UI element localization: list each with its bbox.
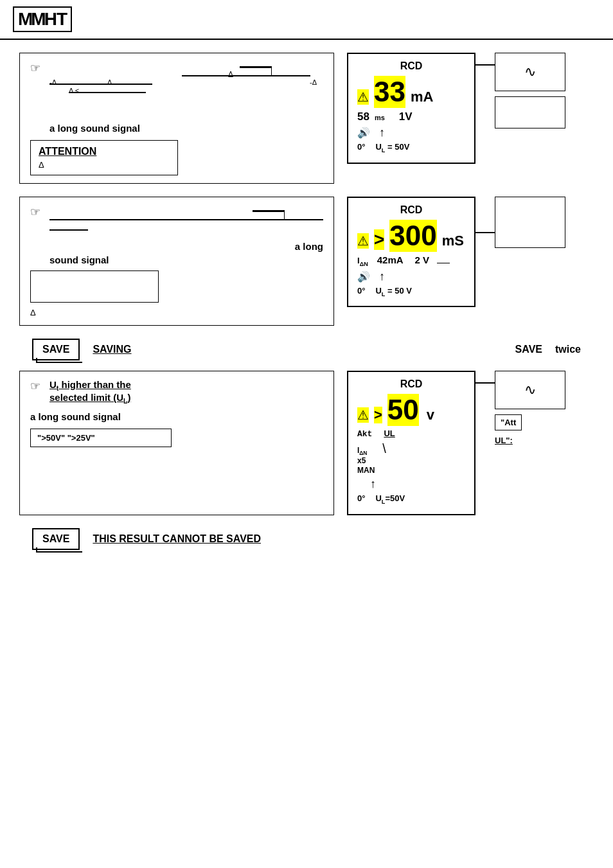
section1-angle: 0° — [357, 142, 365, 152]
section1-rcd-angle-row: 0° UL = 50V — [357, 142, 465, 154]
section1-top-row: ☞ Δ -Δ Δ — [30, 61, 323, 134]
twice-label: twice — [555, 344, 581, 355]
section2-right-boxes — [495, 197, 565, 248]
section3-right-boxes: ∿ "Att UL": — [495, 371, 565, 445]
section3-rcd-title: RCD — [357, 378, 465, 390]
section2-rcd-value: 300 — [389, 220, 436, 252]
delta-1d: Δ ≤ — [69, 87, 79, 94]
section1-rcd-group: RCD ⚠ 33 mA 58 ms 1V 🔊 — [347, 53, 565, 184]
section1-rcd-volt: 1V — [399, 111, 413, 123]
sig-diagram-2 — [49, 205, 323, 250]
section3-rcd-group: RCD ⚠ > 50 v Akt UL — [347, 371, 565, 515]
arrow-icon-1: ↑ — [379, 126, 385, 139]
section3-akt-row: Akt UL — [357, 429, 465, 439]
sig-lower-2 — [69, 92, 146, 93]
sig-horiz-1 — [182, 75, 310, 76]
ut-higher-text: Ut higher than the — [49, 379, 131, 392]
section2-ian-row: IΔN 42mA 2 V — [357, 254, 465, 267]
sig-vert-1 — [271, 66, 272, 75]
finger-icon-3: ☞ — [30, 379, 40, 393]
section1-rcd-value: 33 — [374, 76, 405, 108]
selected-limit-span: selected limit (UL) — [49, 392, 130, 403]
section2-speaker-row: 🔊 ↑ — [357, 270, 465, 283]
attention-label: ATTENTION — [39, 146, 170, 157]
section2-rcd-box: RCD ⚠ > 300 mS IΔN 42mA 2 V — [347, 197, 475, 307]
signal-area-2: a long sound signal — [49, 205, 323, 265]
section3-ian-row: IΔN x5 MAN \ — [357, 441, 465, 475]
section2-left-panel: ☞ a long — [19, 197, 334, 326]
section1-rcd-time-row: 58 ms 1V — [357, 111, 465, 123]
section1-rcd-speaker-row: 🔊 ↑ — [357, 126, 465, 139]
signal-text-3: a long sound signal — [30, 411, 323, 422]
section2-right-panel: RCD ⚠ > 300 mS IΔN 42mA 2 V — [347, 197, 591, 326]
section2-angle: 0° — [357, 286, 365, 296]
warning-triangle-1: ⚠ — [357, 89, 369, 105]
save-button-2[interactable]: SAVE — [32, 528, 80, 550]
section2-ian-label: IΔN — [357, 256, 368, 267]
section3-gt: > — [374, 407, 382, 423]
section1-rcd-box: RCD ⚠ 33 mA 58 ms 1V 🔊 — [347, 53, 475, 164]
connector-line-1 — [475, 64, 495, 66]
selected-limit-text: selected limit (UL) — [49, 392, 131, 405]
logo-text: MMHT — [18, 9, 67, 29]
section3-right-panel: RCD ⚠ > 50 v Akt UL — [347, 371, 591, 515]
empty-box-1 — [495, 96, 565, 128]
sig-lower-1 — [49, 84, 152, 85]
section-2: ☞ a long — [19, 197, 594, 326]
save-right-text: SAVE — [515, 344, 542, 355]
delta-2: Δ — [30, 308, 323, 317]
section3-left-panel: ☞ Ut higher than the selected limit (UL)… — [19, 371, 334, 515]
sig-bar-1 — [240, 66, 272, 68]
save-button-1[interactable]: SAVE — [32, 339, 80, 360]
ut-higher-span: higher than the — [58, 379, 131, 390]
section3-ul-val: UL=50V — [375, 493, 405, 505]
delta-1a: Δ — [228, 70, 233, 79]
section2-rcd-unit: mS — [442, 233, 464, 249]
man-label: MAN — [357, 466, 375, 475]
signal-text-1: a long sound signal — [49, 123, 323, 134]
att-box: "Att — [495, 414, 522, 430]
warning-triangle-3: ⚠ — [357, 407, 369, 423]
signal-lines-1: Δ -Δ Δ Δ ≤ -Δ a long sound signal — [49, 61, 323, 134]
section3-rcd-box: RCD ⚠ > 50 v Akt UL — [347, 371, 475, 515]
cannot-save-label: THIS RESULT CANNOT BE SAVED — [93, 533, 261, 545]
section1-left-panel: ☞ Δ -Δ Δ — [19, 53, 334, 184]
section1-rcd-value-row: ⚠ 33 mA — [357, 76, 465, 108]
slash-icon: \ — [382, 441, 386, 456]
section1-rcd-unit: mA — [411, 89, 433, 105]
section3-text-block: Ut higher than the selected limit (UL) — [49, 379, 131, 405]
finger-icon-2: ☞ — [30, 205, 40, 219]
main-content: ☞ Δ -Δ Δ — [0, 40, 613, 573]
finger-icon-1: ☞ — [30, 61, 40, 75]
akt-label: Akt — [357, 429, 372, 439]
connector-3 — [475, 382, 495, 384]
waveform-box-3: ∿ — [495, 371, 565, 409]
section3-top-row: ☞ Ut higher than the selected limit (UL) — [30, 379, 323, 405]
logo-ht: HT — [44, 9, 67, 29]
logo-box: MMHT — [13, 6, 72, 32]
waveform-symbol-3: ∿ — [524, 382, 536, 398]
ut-text: Ut — [49, 379, 58, 390]
section-1: ☞ Δ -Δ Δ — [19, 53, 594, 184]
empty-box-2a — [495, 197, 565, 248]
speaker-icon-1: 🔊 — [357, 127, 370, 139]
ul-label-3: UL — [384, 429, 395, 438]
section1-ul: UL = 50V — [375, 142, 409, 154]
delta-1c: Δ — [107, 78, 112, 86]
arrow-icon-3: ↑ — [370, 477, 376, 491]
section2-rcd-group: RCD ⚠ > 300 mS IΔN 42mA 2 V — [347, 197, 565, 326]
att-ul-row: "Att — [495, 414, 565, 430]
sig-bar-2 — [253, 210, 285, 212]
sig-lower-short-2 — [49, 229, 88, 231]
connector-2 — [475, 232, 495, 233]
section1-rcd-title: RCD — [357, 60, 465, 72]
section2-volt: 2 V — [415, 254, 430, 265]
section2-ul: UL = 50 V — [375, 286, 412, 297]
ul-note-label: UL": — [495, 436, 513, 445]
section1-right-panel: RCD ⚠ 33 mA 58 ms 1V 🔊 — [347, 53, 591, 184]
arrow-icon-2: ↑ — [379, 270, 385, 283]
signal-text-2b: sound signal — [49, 254, 323, 265]
section3-rcd-unit: v — [427, 407, 434, 423]
delta-1e: -Δ — [310, 78, 317, 86]
section2-rcd-value-row: ⚠ > 300 mS — [357, 220, 465, 252]
